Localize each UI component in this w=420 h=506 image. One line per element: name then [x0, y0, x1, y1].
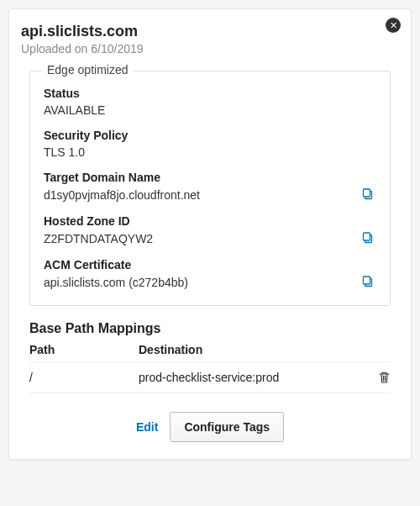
copy-icon[interactable] — [361, 187, 376, 203]
copy-icon[interactable] — [361, 231, 376, 246]
domain-title: api.sliclists.com — [21, 23, 399, 40]
hosted-zone-label: Hosted Zone ID — [44, 214, 376, 228]
target-domain-value: d1sy0pvjmaf8jo.cloudfront.net — [44, 188, 200, 202]
svg-rect-5 — [364, 277, 370, 284]
edge-legend: Edge optimized — [42, 63, 134, 76]
mappings-table: Path Destination / prod-checklist-servic… — [29, 341, 391, 393]
hosted-zone-value: Z2FDTNDATAQYW2 — [44, 232, 153, 245]
mappings-heading: Base Path Mappings — [29, 321, 391, 336]
target-domain-label: Target Domain Name — [44, 171, 376, 184]
edge-optimized-group: Edge optimized Status AVAILABLE Security… — [29, 71, 391, 306]
close-icon[interactable]: ✕ — [386, 18, 401, 33]
col-header-destination: Destination — [139, 343, 367, 356]
configure-tags-button[interactable]: Configure Tags — [170, 412, 284, 442]
mapping-destination: prod-checklist-service:prod — [139, 371, 367, 384]
mapping-path: / — [29, 371, 139, 384]
table-row: / prod-checklist-service:prod — [29, 361, 391, 393]
status-label: Status — [44, 87, 376, 100]
acm-cert-value: api.sliclists.com (c272b4bb) — [44, 276, 188, 289]
svg-rect-3 — [364, 233, 370, 240]
col-header-path: Path — [29, 343, 139, 356]
security-policy-label: Security Policy — [44, 129, 376, 142]
security-policy-value: TLS 1.0 — [44, 145, 376, 159]
acm-cert-label: ACM Certificate — [44, 258, 376, 271]
domain-detail-card: ✕ api.sliclists.com Uploaded on 6/10/201… — [8, 8, 412, 460]
uploaded-date: Uploaded on 6/10/2019 — [21, 42, 399, 55]
status-value: AVAILABLE — [44, 103, 376, 117]
edit-button[interactable]: Edit — [136, 420, 158, 434]
trash-icon[interactable] — [367, 371, 391, 384]
copy-icon[interactable] — [361, 275, 376, 290]
svg-rect-1 — [364, 189, 370, 197]
action-bar: Edit Configure Tags — [21, 412, 399, 442]
